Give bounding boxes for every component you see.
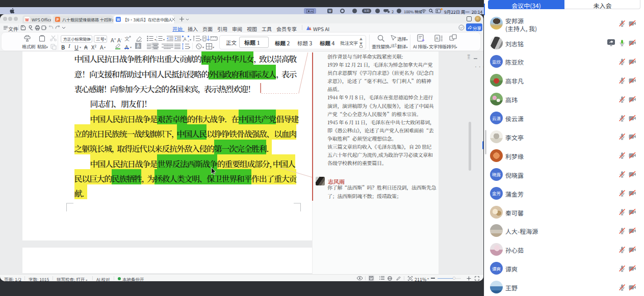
svg-text:1: 1 bbox=[156, 36, 158, 38]
svg-text:A: A bbox=[436, 35, 439, 41]
svg-text:译: 译 bbox=[391, 43, 395, 48]
svg-text:3: 3 bbox=[156, 39, 158, 41]
svg-text:A: A bbox=[184, 36, 187, 41]
svg-text:文: 文 bbox=[124, 36, 130, 42]
